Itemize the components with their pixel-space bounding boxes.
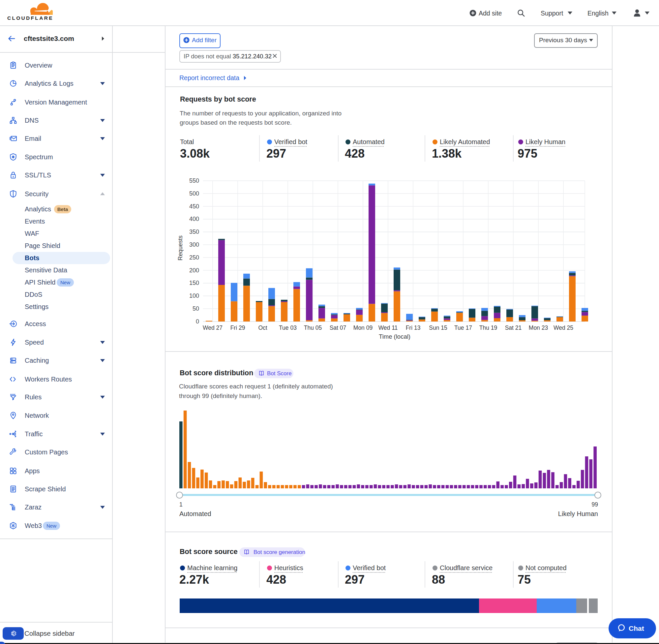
- svg-text:450: 450: [189, 203, 199, 210]
- svg-text:Wed 27: Wed 27: [203, 324, 222, 331]
- svg-text:Fri 13: Fri 13: [406, 324, 421, 331]
- svg-text:Sun 15: Sun 15: [429, 324, 447, 331]
- svg-text:100: 100: [189, 293, 199, 299]
- svg-text:Requests: Requests: [177, 235, 184, 260]
- svg-text:350: 350: [189, 229, 199, 235]
- svg-text:50: 50: [192, 305, 199, 312]
- svg-text:400: 400: [189, 216, 199, 222]
- svg-text:550: 550: [189, 178, 199, 184]
- svg-text:Fri 29: Fri 29: [231, 324, 245, 331]
- svg-text:500: 500: [189, 190, 199, 197]
- svg-text:150: 150: [189, 280, 199, 286]
- svg-text:300: 300: [189, 242, 199, 248]
- svg-text:Tue 03: Tue 03: [279, 324, 297, 331]
- svg-text:Wed 25: Wed 25: [554, 324, 573, 331]
- svg-text:Mon 09: Mon 09: [353, 324, 373, 331]
- svg-text:Mon 23: Mon 23: [529, 324, 548, 331]
- svg-text:Sat 21: Sat 21: [505, 324, 522, 331]
- svg-text:Thu 19: Thu 19: [479, 324, 497, 331]
- svg-text:200: 200: [189, 267, 199, 274]
- svg-text:Sat 07: Sat 07: [330, 324, 347, 331]
- svg-text:0: 0: [196, 318, 199, 325]
- svg-text:Time (local): Time (local): [379, 333, 410, 340]
- svg-text:Oct: Oct: [258, 324, 267, 331]
- svg-text:Thu 05: Thu 05: [304, 324, 322, 331]
- svg-text:Wed 11: Wed 11: [378, 324, 398, 331]
- svg-text:Tue 17: Tue 17: [454, 324, 472, 331]
- svg-text:250: 250: [189, 254, 199, 261]
